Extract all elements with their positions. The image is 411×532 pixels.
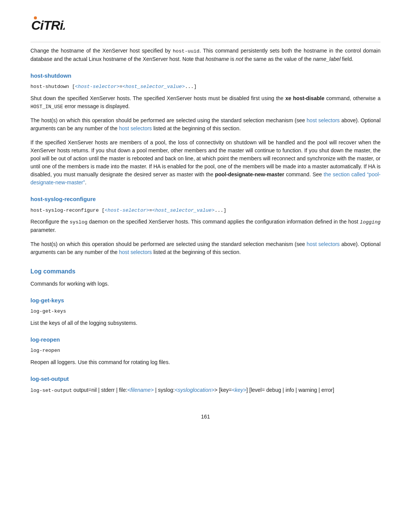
- logo-container: CiTRiX: [30, 15, 381, 34]
- syntax-log-get-keys: log-get-keys: [30, 308, 381, 315]
- syntax-host-shutdown: host-shutdown [<host-selector>=<host_sel…: [30, 83, 381, 91]
- log-get-keys-description: List the keys of all of the logging subs…: [30, 319, 381, 327]
- heading-host-shutdown: host-shutdown: [30, 72, 381, 80]
- svg-text:CiTRiX: CiTRiX: [31, 18, 65, 32]
- intro-code-host-uuid: host-uuid: [173, 48, 199, 54]
- host-shutdown-link3[interactable]: the section called “pool-designate-new-m…: [30, 171, 381, 185]
- log-set-output-filename: <filename>: [127, 387, 154, 393]
- log-set-output-code: log-set-output: [30, 388, 72, 393]
- log-set-output-sysloglocation: <sysloglocation>: [175, 387, 214, 393]
- page: CiTRiX Change the hostname of the XenSer…: [0, 0, 411, 532]
- intro-italic-not: not: [236, 56, 243, 62]
- intro-italic-hostname: hostname: [206, 56, 229, 62]
- page-number: 161: [30, 413, 381, 421]
- syntax-log-reopen: log-reopen: [30, 347, 381, 355]
- host-shutdown-link1[interactable]: host selectors: [307, 117, 340, 123]
- log-reopen-description: Reopen all loggers. Use this command for…: [30, 358, 381, 366]
- heading-host-syslog: host-syslog-reconfigure: [30, 195, 381, 204]
- host-shutdown-code-error: HOST_IN_USE: [30, 104, 63, 110]
- host-shutdown-link2[interactable]: host selectors: [119, 125, 152, 131]
- host-syslog-para2: The host(s) on which this operation shou…: [30, 240, 381, 256]
- heading-log-set-output: log-set-output: [30, 375, 381, 383]
- intro-italic-namelabel: name_label: [313, 56, 341, 62]
- host-shutdown-bold-xe: xe host-disable: [285, 95, 325, 101]
- intro-paragraph: Change the hostname of the XenServer hos…: [30, 47, 381, 63]
- host-shutdown-para1: Shut down the specified XenServer hosts.…: [30, 94, 381, 111]
- log-set-output-syntax: log-set-output output=nil | stderr | fil…: [30, 386, 381, 395]
- host-syslog-para1: Reconfigure the syslog daemon on the spe…: [30, 218, 381, 234]
- host-syslog-code2: logging: [360, 219, 381, 225]
- svg-point-1: [34, 16, 37, 19]
- host-syslog-code1: syslog: [70, 219, 88, 225]
- heading-log-commands: Log commands: [30, 267, 381, 276]
- host-shutdown-bold-pool: pool-designate-new-master: [215, 171, 284, 177]
- log-set-output-key: <key>: [232, 387, 246, 393]
- top-divider: [30, 42, 381, 42]
- host-shutdown-para3: If the specified XenServer hosts are mem…: [30, 139, 381, 187]
- heading-log-get-keys: log-get-keys: [30, 296, 381, 305]
- citrix-logo: CiTRiX: [30, 15, 65, 34]
- syntax-host-syslog: host-syslog-reconfigure [<host-selector>…: [30, 207, 381, 214]
- host-syslog-link1[interactable]: host selectors: [307, 241, 340, 247]
- heading-log-reopen: log-reopen: [30, 335, 381, 344]
- host-shutdown-para2: The host(s) on which this operation shou…: [30, 117, 381, 133]
- host-syslog-link2[interactable]: host selectors: [119, 249, 152, 255]
- log-commands-description: Commands for working with logs.: [30, 280, 381, 288]
